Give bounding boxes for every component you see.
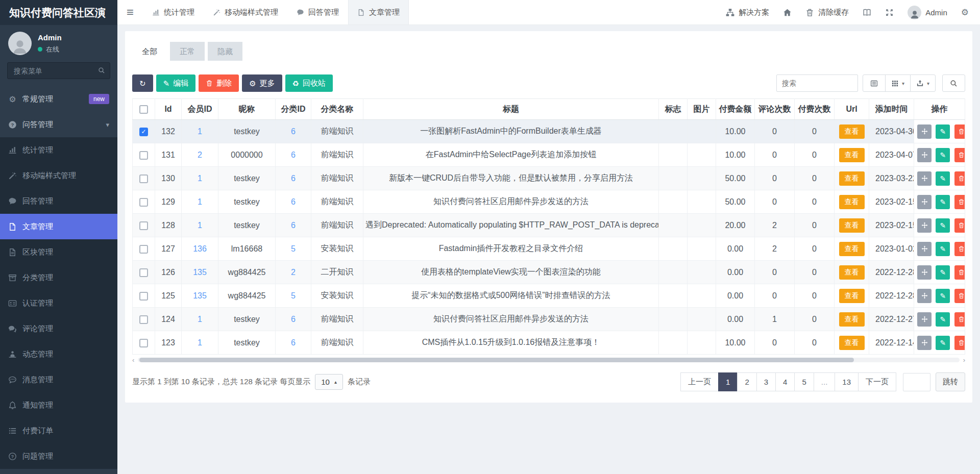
page-button-2[interactable]: 2	[737, 372, 756, 391]
page-button-3[interactable]: 3	[756, 372, 776, 391]
columns-button[interactable]: ▾	[885, 74, 911, 92]
url-view-button[interactable]: 查看	[839, 171, 865, 186]
row-checkbox[interactable]	[139, 245, 148, 254]
row-checkbox[interactable]: ✓	[139, 128, 148, 136]
category-id-link[interactable]: 6	[291, 197, 296, 206]
edit-row-button[interactable]: ✎	[936, 242, 950, 256]
delete-row-button[interactable]	[954, 124, 965, 139]
move-button[interactable]	[917, 336, 932, 350]
column-header-7[interactable]: 标志	[659, 99, 688, 120]
move-button[interactable]	[917, 195, 932, 209]
sidebar-item-14[interactable]: 问题管理	[0, 443, 117, 469]
user-menu[interactable]: Admin	[908, 6, 947, 19]
sidebar-item-9[interactable]: 评论管理	[0, 316, 117, 341]
url-view-button[interactable]: 查看	[839, 124, 865, 139]
row-checkbox[interactable]	[139, 174, 148, 183]
more-button[interactable]: ⚙ 更多	[242, 74, 282, 92]
url-view-button[interactable]: 查看	[839, 265, 865, 280]
nav-tab-2[interactable]: 回答管理	[287, 0, 348, 24]
row-checkbox[interactable]	[139, 221, 148, 230]
row-checkbox[interactable]	[139, 315, 148, 324]
move-button[interactable]	[917, 265, 932, 280]
scroll-right-icon[interactable]: ›	[963, 356, 965, 364]
column-header-10[interactable]: 评论次数	[755, 99, 795, 120]
edit-row-button[interactable]: ✎	[936, 289, 950, 303]
row-checkbox[interactable]	[139, 268, 148, 277]
column-header-2[interactable]: 会员ID	[182, 99, 218, 120]
edit-row-button[interactable]: ✎	[936, 336, 950, 350]
column-header-3[interactable]: 昵称	[218, 99, 276, 120]
column-header-11[interactable]: 付费次数	[795, 99, 835, 120]
url-view-button[interactable]: 查看	[839, 148, 865, 162]
member-id-link[interactable]: 135	[193, 291, 207, 300]
member-id-link[interactable]: 1	[198, 174, 202, 183]
recycle-bin-button[interactable]: ♻ 回收站	[285, 74, 333, 92]
solution-link[interactable]: 解决方案	[726, 8, 769, 17]
filter-tab-2[interactable]: 隐藏	[208, 42, 242, 61]
member-id-link[interactable]: 1	[198, 197, 202, 206]
refresh-button[interactable]: ↻	[132, 74, 153, 92]
column-header-13[interactable]: 添加时间	[869, 99, 914, 120]
category-id-link[interactable]: 5	[291, 291, 296, 300]
category-id-link[interactable]: 6	[291, 174, 296, 183]
prev-page-button[interactable]: 上一页	[680, 372, 719, 391]
row-checkbox[interactable]	[139, 292, 148, 301]
url-view-button[interactable]: 查看	[839, 195, 865, 209]
edit-row-button[interactable]: ✎	[936, 265, 950, 280]
delete-row-button[interactable]	[954, 218, 965, 233]
row-checkbox[interactable]	[139, 151, 148, 160]
url-view-button[interactable]: 查看	[839, 336, 865, 350]
page-button-13[interactable]: 13	[835, 372, 859, 391]
nav-tab-3[interactable]: 文章管理	[348, 0, 409, 24]
page-button-4[interactable]: 4	[775, 372, 795, 391]
page-jump-input[interactable]	[903, 373, 930, 391]
delete-row-button[interactable]	[954, 195, 965, 209]
url-view-button[interactable]: 查看	[839, 218, 865, 233]
page-button-5[interactable]: 5	[794, 372, 814, 391]
edit-row-button[interactable]: ✎	[936, 312, 950, 327]
category-id-link[interactable]: 6	[291, 127, 296, 136]
nav-tab-0[interactable]: 统计管理	[143, 0, 204, 24]
scrollbar-track[interactable]	[138, 358, 959, 362]
delete-row-button[interactable]	[954, 289, 965, 303]
language-button[interactable]	[863, 8, 871, 17]
sidebar-item-2[interactable]: 统计管理	[0, 137, 117, 163]
move-button[interactable]	[917, 218, 932, 233]
delete-row-button[interactable]	[954, 265, 965, 280]
edit-row-button[interactable]: ✎	[936, 218, 950, 233]
select-all-checkbox[interactable]	[139, 105, 148, 114]
category-id-link[interactable]: 6	[291, 151, 296, 159]
category-id-link[interactable]: 5	[291, 244, 296, 253]
sidebar-item-13[interactable]: 付费订单	[0, 418, 117, 443]
member-id-link[interactable]: 2	[198, 151, 202, 159]
scroll-left-icon[interactable]: ‹	[132, 356, 134, 364]
sidebar-item-4[interactable]: 回答管理	[0, 188, 117, 214]
sidebar-item-5[interactable]: 文章管理	[0, 214, 117, 239]
nav-tab-1[interactable]: 移动端样式管理	[204, 0, 287, 24]
column-header-9[interactable]: 付费金额	[716, 99, 755, 120]
filter-tab-0[interactable]: 全部	[132, 42, 167, 61]
move-button[interactable]	[917, 312, 932, 327]
edit-button[interactable]: ✎ 编辑	[156, 74, 196, 92]
delete-row-button[interactable]	[954, 242, 965, 256]
page-button-1[interactable]: 1	[718, 372, 738, 391]
sidebar-item-3[interactable]: 移动端样式管理	[0, 163, 117, 188]
category-id-link[interactable]: 6	[291, 221, 296, 230]
edit-row-button[interactable]: ✎	[936, 195, 950, 209]
menu-search-input[interactable]	[7, 62, 110, 79]
sidebar-item-10[interactable]: 动态管理	[0, 341, 117, 367]
column-header-1[interactable]: Id	[155, 99, 182, 120]
page-jump-button[interactable]: 跳转	[936, 372, 965, 391]
move-button[interactable]	[917, 124, 932, 139]
column-header-5[interactable]: 分类名称	[311, 99, 363, 120]
edit-row-button[interactable]: ✎	[936, 148, 950, 162]
edit-row-button[interactable]: ✎	[936, 124, 950, 139]
edit-row-button[interactable]: ✎	[936, 171, 950, 186]
filter-tab-1[interactable]: 正常	[170, 42, 205, 61]
category-id-link[interactable]: 2	[291, 268, 296, 277]
delete-row-button[interactable]	[954, 336, 965, 350]
search-submit-button[interactable]	[942, 74, 965, 92]
delete-row-button[interactable]	[954, 148, 965, 162]
export-button[interactable]: ▾	[910, 74, 936, 92]
sidebar-item-11[interactable]: 消息管理	[0, 367, 117, 392]
